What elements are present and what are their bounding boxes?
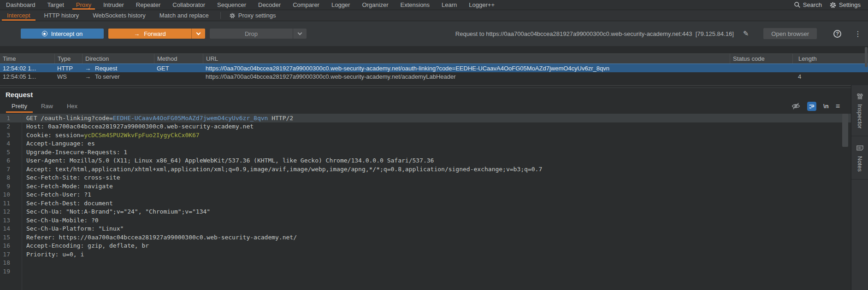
menu-item-comparer[interactable]: Comparer <box>287 0 325 10</box>
forward-button[interactable]: → Forward <box>108 29 191 39</box>
code-text: Sec-Fetch-User: ?1 <box>26 191 91 198</box>
cell-type: HTTP <box>54 64 82 72</box>
lower-area: Request PrettyRawHex \n ≡ 1GET /oauth-li… <box>0 85 868 290</box>
code-line: 4Accept-Language: es <box>0 139 851 148</box>
column-header-url[interactable]: URL <box>203 54 730 64</box>
code-segment: Referer: https://0aa700ac04bccea281927a9… <box>26 234 297 241</box>
menu-item-logger[interactable]: Logger++ <box>463 0 501 10</box>
cell-type: WS <box>54 72 82 81</box>
open-browser-button[interactable]: Open browser <box>763 28 817 39</box>
menu-item-sequencer[interactable]: Sequencer <box>211 0 252 10</box>
menu-item-organizer[interactable]: Organizer <box>356 0 394 10</box>
settings-button[interactable]: Settings <box>826 1 864 9</box>
menu-item-learn[interactable]: Learn <box>436 0 463 10</box>
inspector-icon <box>857 93 863 100</box>
word-wrap-toggle-icon[interactable] <box>807 102 816 111</box>
column-header-method[interactable]: Method <box>154 54 203 64</box>
request-editor[interactable]: 1GET /oauth-linking?code=EEDHE-UCaavA4Oo… <box>0 113 851 290</box>
show-newlines-icon[interactable]: \n <box>823 103 829 110</box>
code-line: 18 <box>0 259 851 267</box>
table-scrollbar[interactable] <box>865 47 868 67</box>
column-header-length[interactable]: Length <box>792 54 868 64</box>
line-number: 15 <box>0 234 10 241</box>
menu-item-collaborator[interactable]: Collaborator <box>166 0 211 10</box>
column-header-status-code[interactable]: Status code <box>730 54 792 64</box>
code-line: 11Sec-Fetch-Dest: document <box>0 199 851 208</box>
code-line: 8Sec-Fetch-Site: cross-site <box>0 174 851 182</box>
code-segment: Sec-Fetch-Mode: navigate <box>26 183 113 190</box>
code-segment: Cookie: session= <box>26 132 84 139</box>
chevron-down-icon <box>196 30 201 35</box>
subtab-websockets-history[interactable]: WebSockets history <box>86 10 153 21</box>
table-row[interactable]: 12:54:02 1...HTTP→RequestGEThttps://0aa7… <box>0 64 868 72</box>
line-number: 17 <box>0 251 10 258</box>
code-segment: Sec-Ch-Ua: "Not:A-Brand";v="24", "Chromi… <box>26 208 210 215</box>
tab-raw[interactable]: Raw <box>34 99 60 113</box>
drop-button-group: Drop <box>210 29 307 39</box>
menu-item-intruder[interactable]: Intruder <box>97 0 130 10</box>
code-line: 10Sec-Fetch-User: ?1 <box>0 191 851 199</box>
code-text: Referer: https://0aa700ac04bccea281927a9… <box>26 234 297 241</box>
code-segment: Sec-Fetch-User: ?1 <box>26 191 91 198</box>
code-segment: Priority: u=0, i <box>26 251 84 258</box>
menu-item-target[interactable]: Target <box>41 0 70 10</box>
line-number: 8 <box>0 174 10 181</box>
code-text: Accept-Encoding: gzip, deflate, br <box>26 242 149 249</box>
column-header-direction[interactable]: Direction <box>82 54 154 64</box>
code-text: Host: 0aa700ac04bccea281927a99000300c0.w… <box>26 123 254 130</box>
sidebar-tab-inspector[interactable]: Inspector <box>851 85 868 136</box>
request-view-tabs: PrettyRawHex \n ≡ <box>0 99 851 113</box>
code-segment: Accept-Language: es <box>26 140 95 147</box>
edit-target-pencil-icon[interactable]: ✎ <box>743 29 749 38</box>
code-text: Sec-Fetch-Site: cross-site <box>26 174 120 181</box>
subtab-match-and-replace[interactable]: Match and replace <box>153 10 216 21</box>
column-header-time[interactable]: Time <box>0 54 54 64</box>
table-row[interactable]: 12:54:05 1...WS→To serverhttps://0aa700a… <box>0 72 868 81</box>
code-segment: Sec-Ch-Ua-Platform: "Linux" <box>26 225 124 232</box>
line-number: 3 <box>0 132 10 139</box>
sidebar-tab-notes[interactable]: Notes <box>851 136 868 180</box>
line-number: 6 <box>0 157 10 164</box>
intercept-toolbar: Intercept on → Forward Drop Request to h… <box>0 21 868 46</box>
menu-item-logger[interactable]: Logger <box>325 0 356 10</box>
code-line: 7Accept: text/html,application/xhtml+xml… <box>0 165 851 174</box>
line-number: 16 <box>0 242 10 249</box>
tab-hex[interactable]: Hex <box>60 99 84 113</box>
proxy-settings-button[interactable]: Proxy settings <box>225 10 280 21</box>
editor-scrollbar[interactable] <box>842 114 848 147</box>
line-number: 11 <box>0 200 10 207</box>
cell-direction: →Request <box>82 64 154 72</box>
code-text: User-Agent: Mozilla/5.0 (X11; Linux x86_… <box>26 157 434 164</box>
code-text: Cookie: session=ycDCSm4SPU2WkvFpFuo2Iygy… <box>26 132 200 139</box>
menu-item-repeater[interactable]: Repeater <box>130 0 166 10</box>
menu-item-dashboard[interactable]: Dashboard <box>0 0 41 10</box>
code-line: 2Host: 0aa700ac04bccea281927a99000300c0.… <box>0 122 851 131</box>
search-label: Search <box>803 1 822 8</box>
subtab-intercept[interactable]: Intercept <box>0 10 37 21</box>
hide-selector-eye-slash-icon[interactable] <box>791 103 800 110</box>
code-segment: Accept-Encoding: gzip, deflate, br <box>26 242 149 249</box>
forward-button-group: → Forward <box>108 29 205 39</box>
more-options-icon[interactable]: ⋮ <box>854 29 862 38</box>
menu-item-proxy[interactable]: Proxy <box>70 0 97 10</box>
column-header-type[interactable]: Type <box>54 54 82 64</box>
table-body: 12:54:02 1...HTTP→RequestGEThttps://0aa7… <box>0 64 868 81</box>
intercept-toggle-button[interactable]: Intercept on <box>21 29 104 39</box>
line-number: 19 <box>0 268 10 275</box>
menu-item-extensions[interactable]: Extensions <box>395 0 436 10</box>
drop-dropdown-button[interactable] <box>293 29 307 39</box>
drop-button[interactable]: Drop <box>210 29 293 39</box>
code-text: Sec-Ch-Ua-Mobile: ?0 <box>26 217 99 224</box>
search-button[interactable]: Search <box>790 1 826 8</box>
tab-pretty[interactable]: Pretty <box>5 99 34 113</box>
forward-dropdown-button[interactable] <box>191 29 205 39</box>
notes-icon <box>856 145 863 151</box>
subtab-http-history[interactable]: HTTP history <box>37 10 86 21</box>
code-segment: Sec-Fetch-Site: cross-site <box>26 174 120 181</box>
help-icon[interactable]: ? <box>833 30 841 38</box>
cell-status-code <box>730 64 792 72</box>
menu-item-decoder[interactable]: Decoder <box>252 0 287 10</box>
editor-menu-icon[interactable]: ≡ <box>836 102 840 110</box>
line-number: 13 <box>0 217 10 224</box>
request-panel-title: Request <box>0 88 851 99</box>
